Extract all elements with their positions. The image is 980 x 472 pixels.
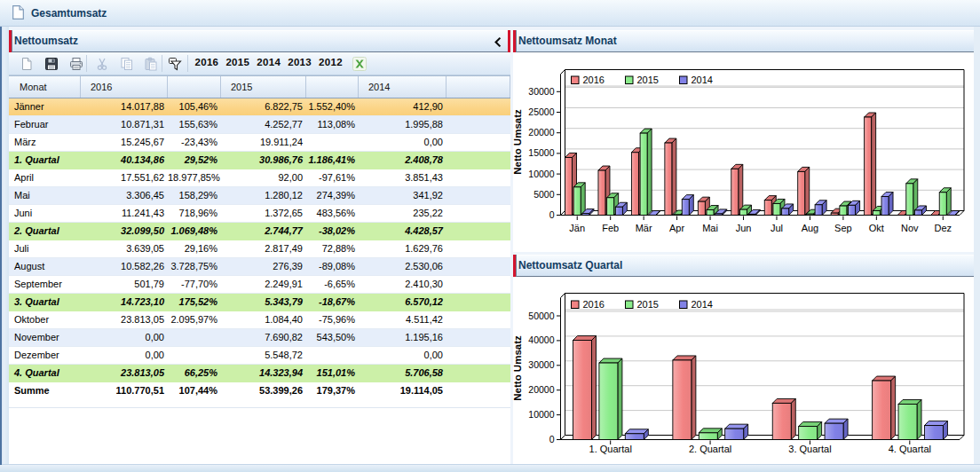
- column-header-2014[interactable]: 2014: [359, 76, 447, 98]
- cell-value: -89,08%: [306, 258, 359, 275]
- cell-value: 3.639,05: [81, 240, 168, 257]
- cell-value: 17.551,62: [81, 169, 168, 186]
- column-header-monat[interactable]: Monat: [9, 76, 81, 98]
- table-row-1-quartal[interactable]: 1. Quartal40.134,8629,52%30.986,761.186,…: [9, 152, 510, 169]
- table-row-4-quartal[interactable]: 4. Quartal23.813,0566,25%14.323,94151,01…: [9, 365, 510, 382]
- cell-value: 158,29%: [168, 187, 221, 204]
- column-header-pct[interactable]: [306, 76, 359, 98]
- bar-2016-Apr: [665, 138, 676, 215]
- cell-value: [447, 240, 510, 257]
- legend-swatch-2016: [572, 301, 580, 309]
- x-axis: 1. Quartal2. Quartal3. Quartal4. Quartal: [589, 441, 931, 454]
- cut-button[interactable]: [94, 56, 110, 72]
- filter-button[interactable]: [167, 56, 183, 72]
- bar-2015-Dez: [939, 188, 951, 216]
- cell-month: März: [9, 134, 81, 151]
- table-row-september[interactable]: September501,79-77,70%2.249,91-6,65%2.41…: [9, 276, 510, 294]
- table-row-2-quartal[interactable]: 2. Quartal32.099,501.069,48%2.744,77-38,…: [9, 223, 510, 240]
- cell-value: [447, 382, 510, 400]
- bar-2016-1. Quartal: [573, 336, 597, 440]
- data-grid: Monat201620152014 Jänner14.017,88105,46%…: [9, 75, 510, 400]
- table-row-m-rz[interactable]: März15.245,67-23,43%19.911,240,00: [9, 134, 510, 152]
- svg-text:5000: 5000: [533, 189, 555, 200]
- column-header-pct[interactable]: [447, 76, 510, 98]
- column-header-2016[interactable]: 2016: [81, 76, 168, 98]
- cell-value: 19.911,24: [221, 134, 306, 151]
- chart-legend: 201620152014: [565, 294, 965, 310]
- svg-text:2016: 2016: [583, 75, 605, 85]
- table-row-oktober[interactable]: Oktober23.813,052.095,97%1.084,40-75,96%…: [9, 311, 510, 329]
- cell-value: 1.372,65: [221, 205, 306, 222]
- cell-value: -38,02%: [306, 223, 359, 240]
- table-row-november[interactable]: November0,007.690,82543,50%1.195,16: [9, 329, 510, 347]
- bottom-edge-strip: [0, 464, 980, 472]
- cell-value: -75,96%: [306, 311, 359, 328]
- print-button[interactable]: [68, 56, 84, 72]
- table-row-februar[interactable]: Februar10.871,31155,63%4.252,77113,08%1.…: [9, 116, 510, 134]
- window-left-border: [0, 0, 2, 465]
- new-document-button[interactable]: [19, 56, 35, 72]
- svg-text:2016: 2016: [583, 299, 605, 310]
- year-button-2012[interactable]: 2012: [319, 57, 343, 67]
- cell-month: November: [9, 329, 81, 346]
- cell-value: 235,22: [359, 205, 447, 222]
- cell-month: Oktober: [9, 311, 81, 328]
- cell-value: 92,00: [221, 169, 306, 186]
- y-axis: 050001000015000200002500030000: [528, 86, 560, 220]
- cell-value: 40.134,86: [81, 152, 168, 169]
- svg-text:Jän: Jän: [569, 223, 585, 233]
- cell-value: 2.249,91: [221, 276, 306, 293]
- table-row-april[interactable]: April17.551,6218.977,85%92,00-97,61%3.85…: [9, 169, 510, 187]
- copy-icon: [120, 57, 134, 71]
- cell-value: 6.822,75: [221, 98, 306, 115]
- red-accent-right: [508, 30, 510, 52]
- cell-value: 113,08%: [306, 116, 359, 133]
- bar-2014-3. Quartal: [825, 419, 848, 439]
- column-header-2015[interactable]: 2015: [221, 76, 306, 98]
- cell-month: Juni: [9, 205, 81, 222]
- column-header-pct[interactable]: [168, 76, 221, 98]
- y-axis-title: Netto Umsatz: [513, 109, 523, 175]
- table-row-summe[interactable]: Summe110.770,51107,44%53.399,26179,37%19…: [9, 382, 510, 400]
- table-row-august[interactable]: August10.582,263.728,75%276,39-89,08%2.5…: [9, 258, 510, 276]
- svg-text:20000: 20000: [528, 384, 554, 395]
- legend-swatch-2015: [626, 301, 634, 309]
- table-row-juni[interactable]: Juni11.241,43718,96%1.372,65483,56%235,2…: [9, 205, 510, 223]
- cell-value: 72,88%: [306, 240, 359, 257]
- cell-value: 1.195,16: [359, 329, 447, 346]
- cell-value: 107,44%: [168, 382, 221, 400]
- cell-value: 0,00: [359, 134, 447, 151]
- table-row-3-quartal[interactable]: 3. Quartal14.723,10175,52%5.343,79-18,67…: [9, 294, 510, 311]
- table-row-dezember[interactable]: Dezember0,005.548,720,00: [9, 347, 510, 365]
- copy-button[interactable]: [119, 56, 135, 72]
- year-button-2013[interactable]: 2013: [288, 57, 312, 67]
- table-row-juli[interactable]: Juli3.639,0529,16%2.817,4972,88%1.629,76: [9, 240, 510, 258]
- right-edge-strip: [974, 27, 980, 464]
- svg-text:10000: 10000: [528, 409, 554, 420]
- cell-value: 4.252,77: [221, 116, 306, 133]
- cell-value: 179,37%: [306, 382, 359, 400]
- bar-2014-Sep: [849, 201, 860, 215]
- cell-value: -18,67%: [306, 294, 359, 311]
- table-row-j-nner[interactable]: Jänner14.017,88105,46%6.822,751.552,40%4…: [9, 98, 510, 116]
- paste-button[interactable]: [143, 56, 159, 72]
- svg-text:Nov: Nov: [901, 223, 919, 233]
- grid-body: Jänner14.017,88105,46%6.822,751.552,40%4…: [9, 98, 510, 400]
- cell-value: -23,43%: [168, 134, 221, 151]
- cell-value: [447, 276, 510, 293]
- chevron-left-icon[interactable]: [494, 36, 502, 48]
- grid-header-row: Monat201620152014: [9, 76, 510, 98]
- table-row-mai[interactable]: Mai3.306,45158,29%1.280,12274,39%341,92: [9, 187, 510, 205]
- svg-text:40000: 40000: [528, 334, 554, 345]
- cell-value: 543,50%: [306, 329, 359, 346]
- panel-header-quartal: Nettoumsatz Quartal: [513, 255, 974, 277]
- grid-bottom-border: [9, 407, 510, 408]
- save-button[interactable]: [43, 56, 59, 72]
- cell-value: 1.552,40%: [306, 98, 359, 115]
- year-button-2015[interactable]: 2015: [225, 57, 249, 67]
- save-icon: [44, 57, 59, 71]
- year-button-2016[interactable]: 2016: [195, 57, 219, 67]
- excel-export-button[interactable]: [352, 56, 368, 72]
- year-button-2014[interactable]: 2014: [257, 57, 281, 67]
- cell-value: 1.995,88: [359, 116, 447, 133]
